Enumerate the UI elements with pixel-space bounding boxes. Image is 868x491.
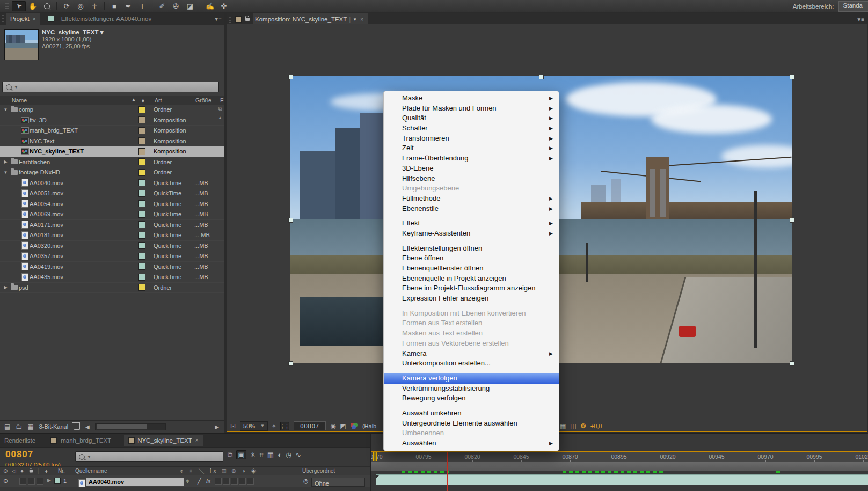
menu-item-expression-fehler-anzeigen[interactable]: Expression Fehler anzeigen: [384, 294, 559, 304]
selection-tool[interactable]: ➤: [12, 1, 26, 11]
horizontal-scrollbar[interactable]: [95, 423, 166, 430]
label-swatch[interactable]: [138, 127, 145, 134]
fx-switch[interactable]: fx: [206, 478, 211, 484]
label-swatch[interactable]: [138, 169, 145, 176]
menu-item-kamera[interactable]: Kamera▶: [384, 349, 559, 359]
label-swatch[interactable]: [138, 179, 145, 186]
current-frame-display[interactable]: 00807: [5, 449, 61, 460]
live-update-icon[interactable]: ▣: [236, 450, 246, 459]
magnification-dropdown[interactable]: 50%▼: [240, 421, 268, 431]
graph-editor-icon[interactable]: ∿: [295, 451, 301, 459]
project-row[interactable]: manh_brdg_TEXTKomposition: [0, 126, 224, 136]
tab-nyc-skyline[interactable]: NYC_skyline_TEXT ×: [124, 435, 202, 446]
project-row[interactable]: ▼compOrdner: [0, 105, 224, 115]
label-swatch[interactable]: [138, 190, 145, 197]
resolution-dropdown[interactable]: (Halb: [362, 423, 376, 429]
menu-item-bewegung-verfolgen[interactable]: Bewegung verfolgen: [384, 393, 559, 404]
layer-row[interactable]: ⊙ ▶ 1 AA0040.mov ⌽ ╱ fx ◎ Ohne ▼: [0, 475, 370, 487]
shy-switch[interactable]: ⌽: [186, 478, 189, 485]
label-swatch[interactable]: [138, 221, 145, 228]
menu-item-frame-überblendung[interactable]: Frame-Überblendung▶: [384, 153, 559, 164]
label-swatch[interactable]: [138, 232, 145, 239]
menu-item-qualität[interactable]: Qualität▶: [384, 113, 559, 123]
project-tab-grip[interactable]: [2, 15, 4, 23]
rectangle-tool[interactable]: ■: [107, 1, 121, 11]
layer-duration-bar[interactable]: [376, 474, 868, 485]
auto-keyframe-icon[interactable]: ◷: [286, 451, 291, 459]
layer-name[interactable]: AA0040.mov: [86, 478, 184, 486]
draft-3d-icon[interactable]: ✳: [250, 451, 256, 459]
expander-icon[interactable]: ▶: [2, 159, 9, 164]
menu-item-transformieren[interactable]: Transformieren▶: [384, 134, 559, 144]
puppet-pin-tool[interactable]: ✜: [217, 1, 231, 11]
label-swatch[interactable]: [138, 263, 145, 270]
switch-cell[interactable]: [247, 478, 254, 485]
lock-cell[interactable]: [37, 478, 43, 485]
project-row[interactable]: AA0069.movQuickTime...MB: [0, 209, 224, 220]
tab-komposition[interactable]: Komposition: NYC_skyline_TEXT |▼ ×: [253, 13, 368, 25]
menu-item-effekteinstellungen-öffnen[interactable]: Effekteinstellungen öffnen: [384, 244, 559, 254]
roto-brush-tool[interactable]: ✍: [203, 1, 217, 11]
brush-tool[interactable]: ✐: [155, 1, 169, 11]
project-row[interactable]: AA0357.movQuickTime...MB: [0, 251, 224, 262]
project-search-input[interactable]: ▼: [2, 82, 219, 92]
grid-guides-icon[interactable]: ⌖: [272, 422, 276, 430]
scroll-left-icon[interactable]: ◀: [85, 424, 90, 430]
color-depth-button[interactable]: 8-Bit-Kanal: [39, 423, 68, 430]
label-swatch[interactable]: [138, 116, 145, 123]
lock-icon[interactable]: [245, 18, 250, 21]
menu-item-auswahl-umkehren[interactable]: Auswahl umkehren: [384, 408, 559, 419]
playhead[interactable]: [447, 452, 448, 491]
menu-item-füllmethode[interactable]: Füllmethode▶: [384, 194, 559, 204]
roi-icon[interactable]: ⬚: [280, 422, 289, 430]
project-row[interactable]: AA0040.movQuickTime...MB: [0, 178, 224, 189]
menu-item-unterkomposition-erstellen-[interactable]: Unterkomposition erstellen...: [384, 358, 559, 369]
region-of-interest-icon[interactable]: ⊡: [230, 422, 236, 430]
menu-item-ebene-im-projekt-flussdiagramm[interactable]: Ebene im Projekt-Flussdiagramm anzeigen: [384, 283, 559, 294]
comp-tab-grip[interactable]: [229, 16, 231, 23]
parent-dropdown[interactable]: Ohne ▼: [311, 478, 365, 487]
tab-manh-brdg[interactable]: manh_brdg_TEXT: [60, 435, 115, 446]
label-swatch[interactable]: [138, 242, 145, 249]
menu-item-untergeordnete-elemente-auswäh[interactable]: Untergeordnete Elemente auswählen: [384, 419, 559, 429]
camera-tool[interactable]: ◎: [74, 1, 87, 11]
label-swatch[interactable]: [138, 106, 145, 113]
project-column-header[interactable]: Name ▲ ⬧ Art Größe F: [0, 96, 224, 105]
quality-switch[interactable]: ╱: [198, 478, 201, 485]
hand-tool[interactable]: ✋: [26, 1, 40, 11]
label-swatch[interactable]: [138, 148, 145, 155]
expander-icon[interactable]: ▶: [47, 478, 51, 483]
hide-shy-icon[interactable]: ⌗: [260, 451, 264, 459]
project-row[interactable]: AA0171.movQuickTime...MB: [0, 220, 224, 231]
label-swatch[interactable]: [138, 211, 145, 218]
scroll-right-icon[interactable]: ▶: [215, 424, 219, 430]
label-swatch[interactable]: [138, 253, 145, 260]
project-row[interactable]: AA0435.movQuickTime...MB: [0, 272, 224, 283]
project-row[interactable]: AA0419.movQuickTime...MB: [0, 262, 224, 273]
menu-item-auswählen[interactable]: Auswählen▶: [384, 438, 559, 449]
exposure-icon[interactable]: ❂: [581, 422, 586, 430]
rotation-tool[interactable]: ⟳: [60, 1, 74, 11]
menu-item-keyframe-assistenten[interactable]: Keyframe-Assistenten▶: [384, 229, 559, 239]
zoom-tool[interactable]: [40, 1, 54, 11]
menu-item-ebene-öffnen[interactable]: Ebene öffnen: [384, 253, 559, 263]
show-snapshot-icon[interactable]: ◩: [340, 422, 346, 430]
project-row[interactable]: ▶FarbflächenOrdner: [0, 157, 224, 168]
work-area-bar[interactable]: [371, 462, 868, 471]
layer-eye-icon[interactable]: ⊙: [3, 478, 8, 485]
panel-menu-icon[interactable]: ▼≡: [214, 16, 221, 22]
project-row[interactable]: AA0181.movQuickTime... MB: [0, 230, 224, 241]
menu-item-hilfsebene[interactable]: Hilfsebene: [384, 174, 559, 184]
panel-menu-icon[interactable]: ▼≡: [856, 17, 864, 23]
interpret-footage-icon[interactable]: ▤: [4, 423, 10, 430]
menu-item-zeit[interactable]: Zeit▶: [384, 143, 559, 153]
project-row[interactable]: ▼footage DNxHDOrdner: [0, 167, 224, 178]
label-swatch[interactable]: [138, 137, 145, 144]
project-row[interactable]: NYC TextKomposition: [0, 136, 224, 147]
switch-cell[interactable]: [215, 478, 222, 485]
work-area-start-marker[interactable]: [373, 452, 377, 461]
project-row[interactable]: AA0320.movQuickTime...MB: [0, 241, 224, 252]
mini-flowchart-icon[interactable]: ⧉: [228, 451, 232, 459]
project-row[interactable]: NYC_skyline_TEXTKomposition: [0, 146, 224, 157]
expander-icon[interactable]: ▶: [2, 285, 9, 290]
